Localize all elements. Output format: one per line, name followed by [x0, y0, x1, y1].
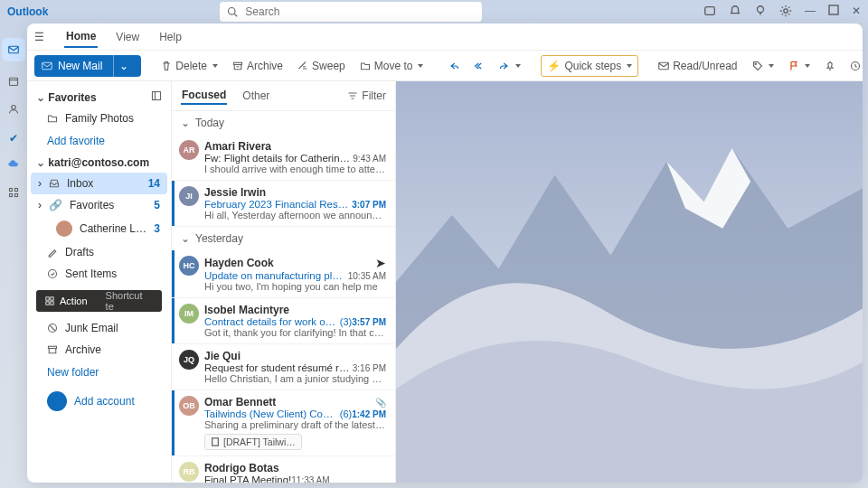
- svg-rect-36: [212, 438, 219, 446]
- forward-button[interactable]: [494, 55, 526, 77]
- folder-archive[interactable]: Archive: [31, 339, 167, 361]
- svg-rect-6: [829, 5, 838, 14]
- rail-more-apps[interactable]: [8, 187, 19, 201]
- flag-button[interactable]: [783, 55, 816, 77]
- sweep-icon: [297, 61, 308, 71]
- new-folder-link[interactable]: New folder: [31, 361, 167, 384]
- tab-view[interactable]: View: [114, 27, 141, 47]
- maximize-button[interactable]: [828, 5, 839, 20]
- new-mail-label: New Mail: [58, 60, 102, 72]
- message-item[interactable]: JQ Jie Qui Request for student résumé re…: [172, 344, 395, 390]
- notifications-icon[interactable]: [729, 5, 741, 20]
- folder-family-photos[interactable]: Family Photos: [31, 108, 167, 129]
- new-mail-button[interactable]: New Mail ⌄: [34, 55, 141, 77]
- svg-rect-26: [153, 92, 161, 100]
- folder-sent[interactable]: Sent Items: [31, 263, 167, 285]
- search-icon: [227, 6, 238, 17]
- avatar: AR: [179, 140, 199, 160]
- message-item[interactable]: JI Jessie Irwin February 2023 Financial …: [172, 181, 395, 227]
- snooze-button[interactable]: [844, 55, 863, 77]
- action-shortcut-tip[interactable]: ActionShortcut te: [36, 290, 162, 312]
- reading-pane: [396, 81, 863, 483]
- chevron-down-icon: ⌄: [36, 156, 45, 169]
- read-unread-button[interactable]: Read/Unread: [653, 55, 742, 77]
- reply-all-icon: [474, 61, 485, 71]
- group-today[interactable]: ⌄Today: [172, 111, 395, 135]
- svg-rect-8: [10, 78, 18, 85]
- doc-icon: [211, 437, 220, 446]
- message-item[interactable]: IM Isobel Macintyre Contract details for…: [172, 298, 395, 344]
- folder-junk[interactable]: Junk Email: [31, 317, 167, 339]
- minimize-button[interactable]: —: [805, 5, 816, 20]
- account-header[interactable]: ⌄ katri@contoso.com: [31, 153, 167, 173]
- svg-point-5: [784, 8, 788, 12]
- folder-inbox[interactable]: ›Inbox14: [31, 173, 167, 194]
- svg-rect-29: [46, 297, 49, 300]
- rail-files[interactable]: [8, 159, 19, 173]
- svg-rect-13: [10, 194, 13, 197]
- favorites-header[interactable]: ⌄ Favorites: [31, 87, 167, 108]
- filter-icon: [347, 90, 358, 101]
- search-input[interactable]: [243, 5, 475, 19]
- delete-button[interactable]: Delete: [156, 55, 223, 77]
- avatar: IM: [179, 304, 199, 324]
- app-brand: Outlook: [7, 5, 48, 18]
- new-mail-split[interactable]: ⌄: [113, 55, 134, 77]
- pin-button[interactable]: [819, 55, 841, 77]
- folder-favorites[interactable]: ›🔗Favorites5: [31, 194, 167, 216]
- rail-calendar[interactable]: [8, 76, 19, 89]
- folder-move-icon: [360, 61, 371, 71]
- sweep-button[interactable]: Sweep: [292, 55, 351, 77]
- folder-drafts[interactable]: Drafts: [31, 241, 167, 263]
- hamburger-icon[interactable]: ☰: [34, 31, 44, 43]
- message-item[interactable]: AR Amari Rivera Fw: Flight details for C…: [172, 135, 395, 181]
- quick-steps-button[interactable]: ⚡Quick steps: [541, 55, 638, 77]
- link-icon: 🔗: [49, 199, 62, 211]
- move-to-button[interactable]: Move to: [354, 55, 429, 77]
- message-item[interactable]: HC Hayden Cook➤ Update on manufacturing …: [172, 250, 395, 298]
- rail-mail[interactable]: [2, 38, 25, 61]
- tips-icon[interactable]: [754, 5, 767, 20]
- tab-home[interactable]: Home: [64, 26, 98, 48]
- close-button[interactable]: ✕: [852, 5, 861, 20]
- avatar: OB: [179, 396, 199, 416]
- folder-catherine[interactable]: Catherine Lanco…3: [31, 216, 167, 241]
- search-box[interactable]: [220, 2, 482, 22]
- sent-icon: [47, 268, 58, 279]
- svg-point-10: [12, 106, 16, 110]
- forward-icon: [499, 61, 510, 71]
- svg-rect-7: [9, 46, 19, 53]
- svg-point-0: [229, 8, 236, 15]
- tag-button[interactable]: [747, 55, 779, 77]
- reply-button[interactable]: [443, 55, 465, 77]
- rail-todo[interactable]: ✔: [9, 132, 18, 145]
- add-account[interactable]: Add account: [31, 384, 167, 418]
- chevron-down-icon: ⌄: [36, 91, 45, 104]
- filter-button[interactable]: Filter: [347, 89, 386, 102]
- avatar: JI: [179, 186, 199, 206]
- add-favorite-link[interactable]: Add favorite: [31, 129, 167, 153]
- svg-rect-17: [659, 62, 669, 70]
- reply-icon: [448, 61, 459, 71]
- chevron-right-icon: ›: [38, 199, 42, 211]
- chevron-right-icon: ›: [38, 177, 42, 190]
- envelope-icon: [658, 61, 669, 71]
- avatar: HC: [179, 256, 199, 276]
- svg-point-18: [755, 63, 757, 65]
- tab-other[interactable]: Other: [241, 88, 270, 104]
- draft-chip[interactable]: [DRAFT] Tailwi…: [204, 434, 302, 450]
- chevron-down-icon: ⌄: [181, 117, 190, 129]
- reply-all-button[interactable]: [468, 55, 490, 77]
- svg-line-1: [235, 14, 238, 16]
- rail-people[interactable]: [8, 104, 19, 117]
- tab-help[interactable]: Help: [157, 27, 184, 47]
- message-item[interactable]: OB Omar Bennett📎 Tailwinds (New Client) …: [172, 390, 395, 456]
- collapse-pane-icon[interactable]: [151, 90, 162, 104]
- svg-point-28: [49, 270, 57, 278]
- archive-button[interactable]: Archive: [227, 55, 288, 77]
- group-yesterday[interactable]: ⌄Yesterday: [172, 227, 395, 250]
- settings-icon[interactable]: [779, 5, 792, 20]
- tab-focused[interactable]: Focused: [181, 87, 227, 105]
- message-item[interactable]: RB Rodrigo Botas Final PTA Meeting!11:33…: [172, 456, 395, 483]
- teams-icon[interactable]: [703, 5, 716, 20]
